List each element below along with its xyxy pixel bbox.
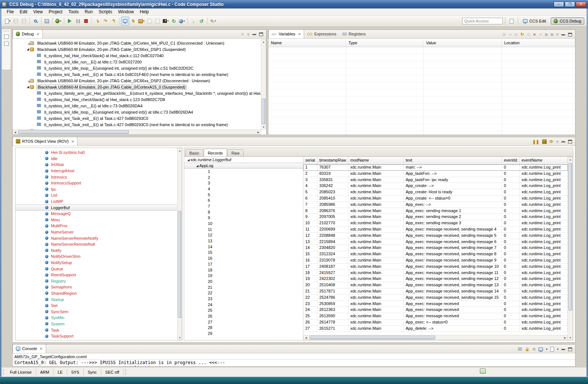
record-number-item[interactable]: 12: [184, 232, 303, 238]
records-table-row[interactable]: 262614778xdc.runtime.MainApp_exec: <-- s…: [303, 319, 568, 326]
close-icon[interactable]: ✕: [39, 347, 42, 351]
tab-console[interactable]: Console ✕: [13, 344, 46, 353]
rov-module-item[interactable]: Ipc: [16, 186, 177, 193]
minimize-view-icon[interactable]: [561, 349, 565, 350]
record-number-item[interactable]: 16: [184, 255, 303, 261]
tab-records[interactable]: Records: [204, 149, 227, 156]
records-table-row[interactable]: 82086376xdc.runtime.MainApp_exec: sendin…: [303, 208, 568, 214]
records-table-row[interactable]: 52085023xdc.runtime.MainApp_create: Host…: [303, 189, 568, 196]
rov-list-vscrollbar[interactable]: ▲ ▼: [177, 148, 182, 340]
rov-module-item[interactable]: Notify: [16, 248, 177, 254]
records-vscrollbar[interactable]: ▲ ▼: [568, 157, 573, 340]
record-number-item[interactable]: 14: [184, 244, 303, 250]
remove-terminated-icon[interactable]: ✕: [241, 32, 244, 37]
record-number-item[interactable]: 24: [184, 302, 303, 308]
disconnect-button-2[interactable]: [154, 17, 162, 25]
record-number-item[interactable]: 8: [184, 209, 303, 215]
maximize-view-icon[interactable]: [568, 347, 572, 351]
records-column-serial[interactable]: serial: [303, 157, 317, 164]
rov-module-item[interactable]: TaskSupport: [16, 333, 177, 339]
rov-module-item[interactable]: Registry: [16, 278, 177, 284]
debug-tree-row[interactable]: ti_sysbios_knl_Task_exit__E() at Task.c:…: [13, 71, 261, 77]
rov-module-item[interactable]: InterruptHost: [16, 168, 177, 174]
view-menu-icon[interactable]: ▽: [556, 33, 558, 36]
restart-button[interactable]: ↻: [170, 17, 178, 25]
records-table-row[interactable]: 72085986xdc.runtime.MainApp_exec: -->0xd…: [303, 202, 568, 208]
close-icon[interactable]: ✕: [71, 139, 74, 143]
menu-view[interactable]: View: [30, 8, 46, 15]
terminate-button[interactable]: [82, 17, 90, 25]
records-hscrollbar[interactable]: ◀ ▶: [303, 335, 568, 340]
tab-rov[interactable]: RTOS Object View (ROV) ✕: [13, 137, 78, 146]
step-over-button[interactable]: ↷: [102, 17, 110, 25]
resume-button[interactable]: [66, 17, 74, 25]
open-console-icon[interactable]: [550, 347, 554, 352]
records-table-row[interactable]: 132215894xdc.runtime.MainApp_exec: messa…: [303, 239, 568, 245]
records-table-row[interactable]: 202510408xdc.runtime.MainApp_exec: messa…: [303, 282, 568, 288]
rov-module-item[interactable]: Mmu: [16, 217, 177, 223]
records-table-row[interactable]: 172408187xdc.runtime.MainApp_exec: messa…: [303, 264, 568, 270]
records-table-row[interactable]: 283319xdc.runtime.MainApp_taskFxn: -->0x…: [303, 171, 568, 177]
records-table-row[interactable]: 272615271xdc.runtime.MainApp_delete: -->…: [303, 326, 568, 332]
debug-tree-row[interactable]: ti_sysbios_knl_Idle_loop__E(unsigned int…: [13, 65, 261, 71]
records-column-eventId[interactable]: eventId: [502, 157, 520, 164]
rov-module-item[interactable]: ReentSupport: [16, 272, 177, 278]
record-number-item[interactable]: 1: [184, 169, 303, 174]
rov-module-item[interactable]: Hwi (ti.sysbios.hal): [16, 149, 177, 156]
new-view-icon[interactable]: ⧉: [545, 32, 548, 37]
menu-tools[interactable]: Tools: [65, 8, 82, 15]
debug-tree-row[interactable]: ×Blackhawk USB560-M Emulator, 20-pin JTA…: [13, 40, 261, 46]
maximize-view-icon[interactable]: [259, 32, 263, 36]
save-all-button[interactable]: [20, 17, 28, 25]
menu-file[interactable]: File: [4, 8, 17, 15]
rov-module-item[interactable]: Idle: [16, 156, 177, 162]
records-table-row[interactable]: 92097005xdc.runtime.MainApp_exec: sendin…: [303, 214, 568, 220]
debug-tree-row[interactable]: ti_sysbios_family_arm_gic_Hwi_getStackIn…: [13, 90, 261, 96]
tab-expressions[interactable]: Expressions: [304, 30, 339, 38]
minimize-view-icon[interactable]: [561, 34, 565, 35]
records-table-row[interactable]: 242612363xdc.runtime.MainApp_exec: messa…: [303, 307, 568, 313]
step-forward-button[interactable]: ↓: [189, 17, 197, 25]
minimize-view-icon[interactable]: [252, 34, 256, 35]
minimize-view-icon[interactable]: [561, 141, 565, 142]
console-menu-icon[interactable]: ▾: [546, 347, 547, 351]
debug-tree-row[interactable]: ti_sysbios_knl_Idle_run__E() at Idle.c:7…: [13, 59, 261, 65]
debug-hscrollbar[interactable]: ◀ ▶: [13, 129, 261, 135]
close-window-button[interactable]: ✕: [576, 1, 586, 7]
record-number-item[interactable]: 10: [184, 221, 303, 226]
record-number-item[interactable]: 22: [184, 290, 303, 296]
menu-scripts[interactable]: Scripts: [96, 8, 115, 15]
core-button[interactable]: ▾: [178, 17, 186, 25]
rov-module-item[interactable]: IntXbar: [16, 162, 177, 168]
restore-view-icon[interactable]: [4, 35, 9, 39]
rov-module-item[interactable]: NameServerRemoteNotify: [16, 235, 177, 241]
step-return-button[interactable]: ↰: [110, 17, 118, 25]
rov-module-item[interactable]: MultiProc: [16, 223, 177, 229]
records-table-row[interactable]: 162319078xdc.runtime.MainApp_exec: messa…: [303, 257, 568, 264]
tree-node-loggerbuf[interactable]: ◢ xdc.runtime.LoggerBuf: [184, 157, 303, 163]
maximize-view-icon[interactable]: [568, 33, 572, 37]
variables-column-name[interactable]: Name: [268, 39, 346, 47]
record-number-item[interactable]: 11: [184, 226, 303, 232]
search-button[interactable]: [31, 17, 39, 25]
rewind-button[interactable]: ↺: [197, 17, 206, 25]
refresh-icon[interactable]: ↻: [520, 32, 524, 37]
pause-updates-icon[interactable]: ❚❚: [532, 139, 539, 144]
records-table-row[interactable]: 62085410xdc.runtime.MainApp_create: <-- …: [303, 196, 568, 202]
records-table-row[interactable]: 252613590xdc.runtime.MainApp_exec: messa…: [303, 313, 568, 319]
record-number-item[interactable]: 2: [184, 174, 303, 180]
debug-tree-row[interactable]: ◢Blackhawk USB560-M Emulator, 20-pin JTA…: [13, 46, 261, 52]
records-column-modName[interactable]: modName: [348, 157, 404, 164]
tab-debug[interactable]: Debug ✕: [13, 30, 43, 38]
rov-module-item[interactable]: MessageQ: [16, 211, 177, 217]
view-menu-icon[interactable]: ▽: [247, 33, 250, 36]
record-number-item[interactable]: 13: [184, 238, 303, 244]
record-number-item[interactable]: 9: [184, 215, 303, 221]
record-number-item[interactable]: 5: [184, 192, 303, 198]
suspend-button[interactable]: [74, 17, 82, 25]
add-watch-icon[interactable]: ⇥: [508, 32, 511, 37]
rov-module-item[interactable]: SyncSem: [16, 308, 177, 315]
rov-module-item[interactable]: NotifyDriverShm: [16, 253, 177, 260]
rov-module-item[interactable]: NameServer: [16, 229, 177, 235]
debug-tree-row[interactable]: ti_sysbios_hal_Hwi_checkStack() at Hwi_s…: [13, 96, 261, 103]
